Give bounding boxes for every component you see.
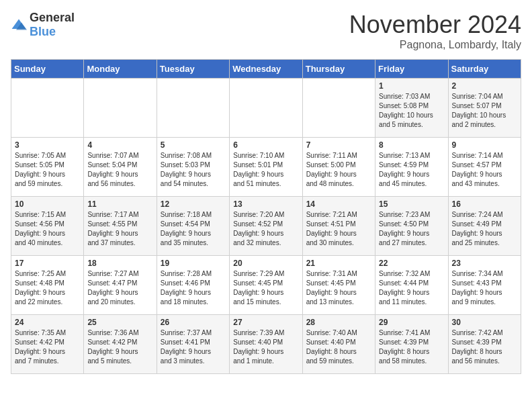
day-number: 26: [161, 318, 226, 327]
day-info: Sunrise: 7:40 AM Sunset: 4:40 PM Dayligh…: [306, 328, 371, 366]
day-number: 28: [306, 318, 371, 327]
day-info: Sunrise: 7:28 AM Sunset: 4:46 PM Dayligh…: [161, 269, 226, 307]
weekday-header: Wednesday: [230, 60, 302, 79]
weekday-header: Friday: [375, 60, 448, 79]
day-number: 29: [379, 318, 444, 327]
calendar-cell: 15Sunrise: 7:23 AM Sunset: 4:50 PM Dayli…: [375, 197, 448, 256]
calendar-week-row: 3Sunrise: 7:05 AM Sunset: 5:05 PM Daylig…: [11, 138, 521, 197]
logo-icon: [11, 18, 27, 32]
weekday-header: Monday: [84, 60, 157, 79]
calendar-cell: 16Sunrise: 7:24 AM Sunset: 4:49 PM Dayli…: [448, 197, 521, 256]
calendar-cell: [84, 79, 157, 138]
day-number: 20: [233, 259, 298, 268]
day-number: 25: [87, 318, 152, 327]
day-number: 24: [15, 318, 80, 327]
day-number: 15: [379, 199, 444, 209]
day-info: Sunrise: 7:42 AM Sunset: 4:39 PM Dayligh…: [452, 328, 517, 366]
day-number: 9: [452, 140, 517, 150]
day-number: 16: [452, 199, 517, 209]
day-info: Sunrise: 7:24 AM Sunset: 4:49 PM Dayligh…: [452, 210, 517, 248]
day-info: Sunrise: 7:04 AM Sunset: 5:07 PM Dayligh…: [452, 92, 517, 130]
logo-blue: Blue: [30, 25, 56, 38]
calendar-cell: 30Sunrise: 7:42 AM Sunset: 4:39 PM Dayli…: [448, 315, 521, 374]
calendar-cell: 5Sunrise: 7:08 AM Sunset: 5:03 PM Daylig…: [157, 138, 229, 197]
calendar-table: SundayMondayTuesdayWednesdayThursdayFrid…: [11, 59, 521, 374]
day-info: Sunrise: 7:25 AM Sunset: 4:48 PM Dayligh…: [15, 269, 80, 307]
calendar-cell: 20Sunrise: 7:29 AM Sunset: 4:45 PM Dayli…: [230, 256, 302, 315]
day-info: Sunrise: 7:07 AM Sunset: 5:04 PM Dayligh…: [87, 151, 152, 189]
header-row: SundayMondayTuesdayWednesdayThursdayFrid…: [11, 60, 521, 79]
logo-text: General Blue: [30, 11, 75, 39]
day-number: 19: [161, 259, 226, 268]
calendar-week-row: 10Sunrise: 7:15 AM Sunset: 4:56 PM Dayli…: [11, 197, 521, 256]
day-number: 2: [452, 81, 517, 91]
day-info: Sunrise: 7:05 AM Sunset: 5:05 PM Dayligh…: [15, 151, 80, 189]
calendar-cell: 28Sunrise: 7:40 AM Sunset: 4:40 PM Dayli…: [302, 315, 375, 374]
calendar-cell: 8Sunrise: 7:13 AM Sunset: 4:59 PM Daylig…: [375, 138, 448, 197]
day-number: 6: [233, 140, 298, 150]
day-number: 21: [306, 259, 371, 268]
calendar-cell: 6Sunrise: 7:10 AM Sunset: 5:01 PM Daylig…: [230, 138, 302, 197]
day-info: Sunrise: 7:03 AM Sunset: 5:08 PM Dayligh…: [379, 92, 444, 130]
day-number: 8: [379, 140, 444, 150]
calendar-cell: 11Sunrise: 7:17 AM Sunset: 4:55 PM Dayli…: [84, 197, 157, 256]
day-number: 30: [452, 318, 517, 327]
day-info: Sunrise: 7:34 AM Sunset: 4:43 PM Dayligh…: [452, 269, 517, 307]
calendar-cell: 23Sunrise: 7:34 AM Sunset: 4:43 PM Dayli…: [448, 256, 521, 315]
day-number: 14: [306, 199, 371, 209]
calendar-cell: 12Sunrise: 7:18 AM Sunset: 4:54 PM Dayli…: [157, 197, 229, 256]
calendar-cell: 7Sunrise: 7:11 AM Sunset: 5:00 PM Daylig…: [302, 138, 375, 197]
weekday-header: Sunday: [11, 60, 84, 79]
calendar-cell: 21Sunrise: 7:31 AM Sunset: 4:45 PM Dayli…: [302, 256, 375, 315]
day-info: Sunrise: 7:36 AM Sunset: 4:42 PM Dayligh…: [87, 328, 152, 366]
day-number: 5: [161, 140, 226, 150]
day-number: 12: [161, 199, 226, 209]
day-info: Sunrise: 7:20 AM Sunset: 4:52 PM Dayligh…: [233, 210, 298, 248]
location-subtitle: Pagnona, Lombardy, Italy: [349, 39, 521, 51]
calendar-cell: 13Sunrise: 7:20 AM Sunset: 4:52 PM Dayli…: [230, 197, 302, 256]
calendar-cell: [302, 79, 375, 138]
day-number: 27: [233, 318, 298, 327]
calendar-cell: [157, 79, 229, 138]
day-info: Sunrise: 7:27 AM Sunset: 4:47 PM Dayligh…: [87, 269, 152, 307]
day-number: 18: [87, 259, 152, 268]
day-number: 23: [452, 259, 517, 268]
calendar-cell: 1Sunrise: 7:03 AM Sunset: 5:08 PM Daylig…: [375, 79, 448, 138]
day-number: 1: [379, 81, 444, 91]
calendar-cell: [230, 79, 302, 138]
day-number: 17: [15, 259, 80, 268]
calendar-cell: [11, 79, 84, 138]
day-number: 11: [87, 199, 152, 209]
day-info: Sunrise: 7:14 AM Sunset: 4:57 PM Dayligh…: [452, 151, 517, 189]
month-title: November 2024: [349, 11, 521, 39]
day-info: Sunrise: 7:15 AM Sunset: 4:56 PM Dayligh…: [15, 210, 80, 248]
calendar-cell: 24Sunrise: 7:35 AM Sunset: 4:42 PM Dayli…: [11, 315, 84, 374]
calendar-cell: 2Sunrise: 7:04 AM Sunset: 5:07 PM Daylig…: [448, 79, 521, 138]
calendar-cell: 19Sunrise: 7:28 AM Sunset: 4:46 PM Dayli…: [157, 256, 229, 315]
calendar-week-row: 1Sunrise: 7:03 AM Sunset: 5:08 PM Daylig…: [11, 79, 521, 138]
day-info: Sunrise: 7:17 AM Sunset: 4:55 PM Dayligh…: [87, 210, 152, 248]
day-number: 4: [87, 140, 152, 150]
day-number: 22: [379, 259, 444, 268]
day-number: 10: [15, 199, 80, 209]
calendar-cell: 29Sunrise: 7:41 AM Sunset: 4:39 PM Dayli…: [375, 315, 448, 374]
logo: General Blue: [11, 11, 75, 39]
day-info: Sunrise: 7:10 AM Sunset: 5:01 PM Dayligh…: [233, 151, 298, 189]
calendar-cell: 27Sunrise: 7:39 AM Sunset: 4:40 PM Dayli…: [230, 315, 302, 374]
day-info: Sunrise: 7:08 AM Sunset: 5:03 PM Dayligh…: [161, 151, 226, 189]
day-info: Sunrise: 7:41 AM Sunset: 4:39 PM Dayligh…: [379, 328, 444, 366]
weekday-header: Tuesday: [157, 60, 229, 79]
day-number: 7: [306, 140, 371, 150]
calendar-cell: 25Sunrise: 7:36 AM Sunset: 4:42 PM Dayli…: [84, 315, 157, 374]
title-block: November 2024 Pagnona, Lombardy, Italy: [349, 11, 521, 51]
day-info: Sunrise: 7:23 AM Sunset: 4:50 PM Dayligh…: [379, 210, 444, 248]
calendar-cell: 22Sunrise: 7:32 AM Sunset: 4:44 PM Dayli…: [375, 256, 448, 315]
weekday-header: Thursday: [302, 60, 375, 79]
day-info: Sunrise: 7:29 AM Sunset: 4:45 PM Dayligh…: [233, 269, 298, 307]
calendar-cell: 3Sunrise: 7:05 AM Sunset: 5:05 PM Daylig…: [11, 138, 84, 197]
day-info: Sunrise: 7:35 AM Sunset: 4:42 PM Dayligh…: [15, 328, 80, 366]
day-info: Sunrise: 7:39 AM Sunset: 4:40 PM Dayligh…: [233, 328, 298, 366]
calendar-cell: 4Sunrise: 7:07 AM Sunset: 5:04 PM Daylig…: [84, 138, 157, 197]
day-number: 13: [233, 199, 298, 209]
calendar-week-row: 17Sunrise: 7:25 AM Sunset: 4:48 PM Dayli…: [11, 256, 521, 315]
